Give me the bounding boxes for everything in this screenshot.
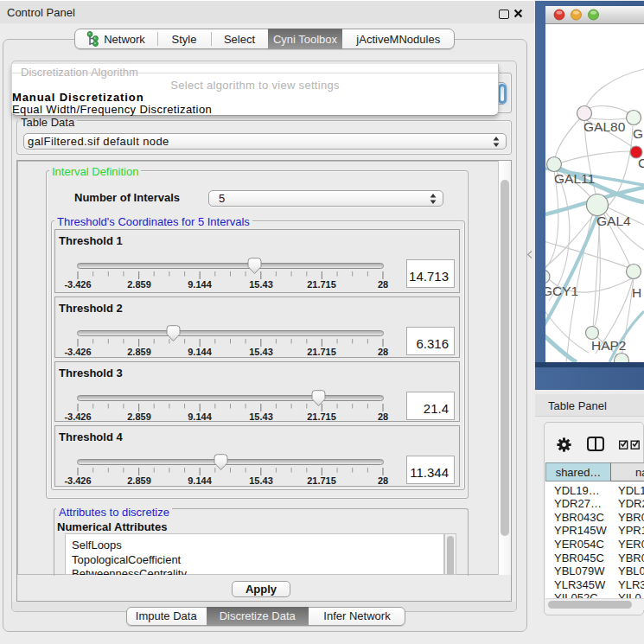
svg-text:H: H [632,285,641,300]
svg-text:G: G [633,126,643,141]
svg-text:C: C [638,156,644,170]
svg-text:GAL80: GAL80 [583,119,626,134]
svg-text:HAP2: HAP2 [591,338,627,353]
svg-text:GCY1: GCY1 [545,284,578,298]
svg-text:GAL4: GAL4 [596,214,631,228]
svg-text:GAL11: GAL11 [554,171,595,186]
